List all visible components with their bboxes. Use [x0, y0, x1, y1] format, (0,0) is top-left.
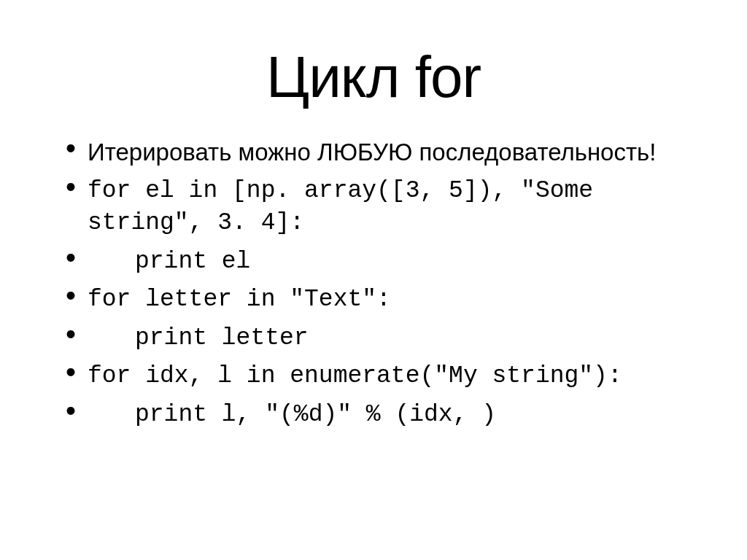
slide-container: Цикл for Итерировать можно ЛЮБУЮ последо…: [0, 0, 747, 466]
slide-title: Цикл for: [66, 44, 681, 111]
code-line-indented: print l, "(%d)" % (idx, ): [88, 401, 496, 428]
code-line-indented: print el: [88, 248, 250, 275]
code-line-indented: print letter: [88, 324, 309, 351]
bullet-item: print l, "(%d)" % (idx, ): [88, 399, 681, 432]
code-line: for letter in "Text":: [88, 286, 391, 313]
code-line: for idx, l in enumerate("My string"):: [88, 362, 622, 389]
code-line: for el in [np. array([3, 5]), "Some stri…: [88, 177, 593, 237]
bullet-item: for idx, l in enumerate("My string"):: [88, 360, 681, 393]
bullet-item: for el in [np. array([3, 5]), "Some stri…: [88, 175, 681, 240]
bullet-item: for letter in "Text":: [88, 284, 681, 316]
bullet-item: Итерировать можно ЛЮБУЮ последовательнос…: [88, 136, 681, 169]
bullet-list: Итерировать можно ЛЮБУЮ последовательнос…: [66, 136, 681, 431]
bullet-text: Итерировать можно ЛЮБУЮ последовательнос…: [88, 139, 656, 166]
bullet-item: print el: [88, 246, 681, 279]
bullet-item: print letter: [88, 322, 681, 355]
